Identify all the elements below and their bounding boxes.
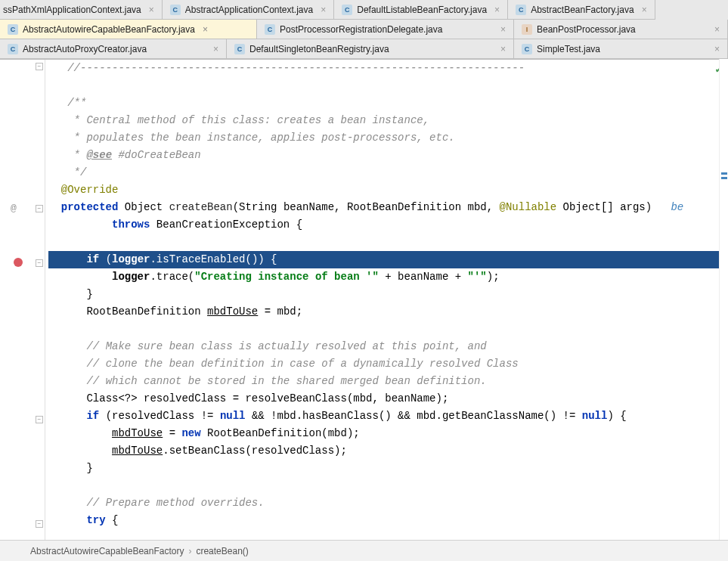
error-stripe[interactable] [719,59,728,540]
breadcrumb-item[interactable]: AbstractAutowireCapableBeanFactory [30,546,184,556]
variable: mbdToUse [207,305,258,318]
fold-icon[interactable]: − [36,205,43,212]
param-hint: be [671,201,683,213]
keyword: throws [112,219,150,231]
class-icon: C [8,44,18,54]
tab-file-active[interactable]: C AbstractAutowireCapableBeanFactory.jav… [0,20,257,39]
javadoc-tag: @see [86,149,112,161]
tab-file[interactable]: ssPathXmlApplicationContext.java × [0,0,163,20]
close-icon[interactable]: × [500,24,506,35]
close-icon[interactable]: × [213,44,218,54]
editor-gutter[interactable]: − @ − − − − [0,60,45,541]
code-content[interactable]: ✔ //------------------------------------… [45,60,728,541]
tab-file[interactable]: C AbstractApplicationContext.java × [163,0,334,20]
fold-icon[interactable]: − [36,416,43,423]
tab-label: DefaultListableBeanFactory.java [357,5,487,15]
breakpoint-icon[interactable] [14,258,23,267]
code-text: (resolvedClass != [99,410,220,422]
code-text: ) { [607,410,626,422]
method-name: createBean [169,201,233,213]
keyword: if [86,410,99,422]
tab-label: AbstractApplicationContext.java [185,5,313,15]
tab-file[interactable]: C AbstractAutoProxyCreator.java × [0,39,227,59]
code-text: RootBeanDefinition [86,305,207,318]
current-line: if (logger.isTraceEnabled()) { [48,251,728,268]
class-icon: C [8,24,18,35]
code-text: { [106,514,119,526]
comment: // clone the bean definition in case of … [86,358,518,370]
annotation: @Nullable [500,201,557,213]
interface-icon: I [522,24,532,35]
code-text: Object [118,201,169,213]
editor-tabs: ssPathXmlApplicationContext.java × C Abs… [0,0,728,60]
tab-label: SimpleTest.java [537,44,600,54]
tab-label: ssPathXmlApplicationContext.java [3,5,141,15]
code-text: ); [487,271,500,283]
comment: // Make sure bean class is actually reso… [86,340,486,352]
code-text: RootBeanDefinition(mbd); [201,427,360,439]
class-icon: C [522,44,532,54]
string-literal: "Creating instance of bean '" [194,271,379,283]
code-editor[interactable]: − @ − − − − ✔ //------------------------… [0,60,728,541]
stripe-mark[interactable] [721,177,727,179]
javadoc: * Central method of this class: creates … [67,114,429,126]
code-text: .trace( [150,271,194,283]
comment: // Prepare method overrides. [86,497,264,509]
tab-file[interactable]: I BeanPostProcessor.java × [514,20,728,39]
tab-label: BeanPostProcessor.java [537,24,636,35]
close-icon[interactable]: × [321,5,326,15]
fold-icon[interactable]: − [36,63,43,70]
comment: // which cannot be stored in the shared … [86,375,486,387]
fold-icon[interactable]: − [36,520,43,528]
tab-file[interactable]: C SimpleTest.java × [514,39,728,59]
tab-file[interactable]: C AbstractBeanFactory.java × [508,0,655,20]
close-icon[interactable]: × [149,5,154,15]
javadoc: /** [67,97,86,109]
breadcrumb-bar: AbstractAutowireCapableBeanFactory › cre… [0,540,728,561]
tab-file[interactable]: C DefaultSingletonBeanRegistry.java × [227,39,514,59]
variable: mbdToUse [112,427,163,439]
code-text: + beanName + [379,271,468,283]
javadoc: * populates the bean instance, applies p… [67,132,454,144]
tab-file[interactable]: C DefaultListableBeanFactory.java × [334,0,508,20]
tab-label: PostProcessorRegistrationDelegate.java [280,24,442,35]
string-literal: "'" [468,271,487,283]
close-icon[interactable]: × [500,44,506,54]
breadcrumb-item[interactable]: createBean() [196,546,248,556]
keyword: try [86,514,105,526]
javadoc: #doCreateBean [112,149,201,161]
code-text: = mbd; [258,305,302,318]
tab-label: AbstractAutowireCapableBeanFactory.java [23,24,195,35]
code-text: //--------------------------------------… [67,62,525,74]
code-text: = [163,427,181,439]
close-icon[interactable]: × [714,24,720,35]
keyword: new [181,427,200,439]
javadoc: */ [67,166,86,178]
tab-file[interactable]: C PostProcessorRegistrationDelegate.java… [257,20,514,39]
tab-label: AbstractBeanFactory.java [531,5,634,15]
close-icon[interactable]: × [714,44,720,54]
class-icon: C [516,5,526,15]
class-icon: C [342,5,352,15]
class-icon: C [265,24,275,35]
code-text: logger [112,271,150,283]
annotation: @Override [61,184,119,196]
class-icon: C [170,5,181,15]
stripe-mark[interactable] [721,172,727,175]
close-icon[interactable]: × [494,5,500,15]
close-icon[interactable]: × [642,5,647,15]
class-icon: C [234,44,245,54]
fold-icon[interactable]: − [36,259,43,267]
javadoc: * [67,149,86,161]
close-icon[interactable]: × [203,24,208,35]
code-text: } [86,288,92,300]
code-text: && !mbd.hasBeanClass() && mbd.getBeanCla… [245,410,581,422]
keyword: null [582,410,608,422]
override-gutter-icon[interactable]: @ [11,203,17,214]
keyword: null [220,410,246,422]
chevron-right-icon: › [188,546,191,556]
variable: mbdToUse [112,445,163,457]
keyword: protected [61,201,119,213]
tab-label: DefaultSingletonBeanRegistry.java [249,44,389,54]
code-text: .setBeanClass(resolvedClass); [163,445,347,457]
